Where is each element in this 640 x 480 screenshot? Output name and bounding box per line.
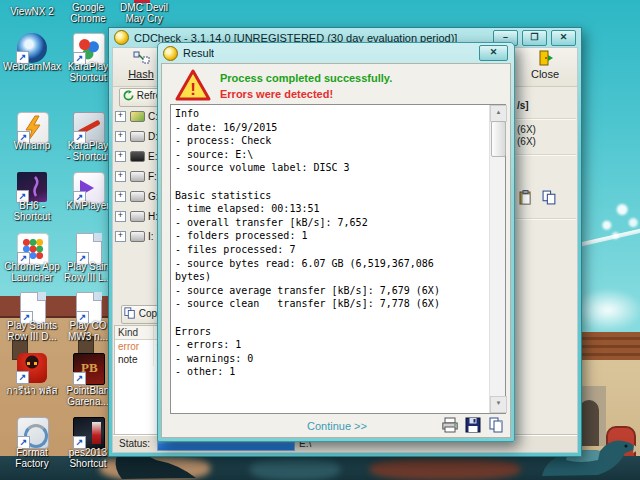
- svg-text:!: !: [190, 80, 196, 99]
- expand-icon[interactable]: +: [115, 151, 126, 162]
- dialog-title: Result: [183, 47, 214, 59]
- refresh-icon: [123, 90, 134, 101]
- hash-icon: [133, 50, 150, 65]
- expand-icon[interactable]: +: [115, 111, 126, 122]
- report-text: Info - date: 16/9/2015 - process: Check …: [175, 107, 487, 411]
- format-factory-icon: ↗: [17, 417, 49, 449]
- close-label: Close: [519, 68, 571, 80]
- exit-door-icon: [538, 50, 553, 66]
- maximize-button[interactable]: ❐: [522, 30, 547, 46]
- scroll-up-icon[interactable]: ▲: [490, 105, 507, 122]
- tree-item-drive-e[interactable]: +E:: [115, 147, 157, 165]
- panel-value-6x-1: (6X): [517, 124, 536, 135]
- panel-header-kbs: /s]: [517, 100, 529, 111]
- dialog-close-button[interactable]: ✕: [479, 45, 508, 61]
- icon-label: WebcamMax: [0, 61, 64, 72]
- pes2013-icon: ↗: [73, 417, 105, 449]
- copy-icon[interactable]: [488, 417, 504, 433]
- tree-item-drive-i[interactable]: +I:: [115, 227, 154, 245]
- tree-item-drive-f[interactable]: +F:: [115, 167, 157, 185]
- expand-icon[interactable]: +: [115, 171, 126, 182]
- cell-kind: error: [115, 340, 154, 353]
- success-message: Process completed successfully.: [220, 72, 392, 84]
- copy-icon: [124, 307, 136, 319]
- bottom-blob3: [250, 458, 340, 480]
- tree-item-drive-g[interactable]: +G:: [115, 187, 159, 205]
- scroll-down-icon[interactable]: ▼: [490, 396, 507, 413]
- drive-g-icon: [130, 191, 145, 202]
- close-window-button[interactable]: ✕: [551, 30, 576, 46]
- dialog-titlebar[interactable]: Result ✕: [158, 43, 514, 63]
- blossom-illustration: [598, 194, 640, 246]
- cdcheck-app-icon: [163, 46, 178, 61]
- icon-label: Winamp: [0, 140, 64, 151]
- cdcheck-app-icon: [114, 30, 129, 45]
- print-icon[interactable]: [442, 417, 458, 433]
- expand-icon[interactable]: +: [115, 131, 126, 142]
- cloud-illustration: [572, 288, 640, 332]
- copy-pages-icon[interactable]: [542, 190, 557, 205]
- bh6-icon: ↗: [17, 172, 47, 202]
- drive-c-icon: [130, 111, 145, 122]
- shortcut-arrow-icon: ↗: [73, 372, 86, 385]
- desktop-icon-google-chrome[interactable]: Google Chrome: [56, 2, 120, 24]
- desktop-icon-viewnx2[interactable]: ViewNX 2: [0, 6, 64, 17]
- error-message: Errors were detected!: [220, 88, 333, 100]
- icon-label: Chrome App Launcher: [0, 261, 64, 283]
- paste-icon[interactable]: [518, 190, 533, 205]
- drive-label: F:: [148, 171, 157, 182]
- status-label: Status:: [119, 438, 150, 449]
- icon-label: Play Saints Row III D...: [0, 320, 64, 342]
- drive-e-icon: [130, 151, 145, 162]
- warning-icon: !: [174, 68, 212, 102]
- desktop-icon-dmc-devil-may-cry[interactable]: DMC Devil May Cry: [112, 2, 176, 24]
- report-box[interactable]: Info - date: 16/9/2015 - process: Check …: [170, 104, 506, 414]
- scrollbar[interactable]: ▲ ▼: [489, 105, 505, 413]
- icon-label: BH6 - Shortcut: [0, 200, 64, 222]
- garena-plus-icon: ↗: [17, 353, 47, 383]
- drive-h-icon: [130, 211, 145, 222]
- roof-right-illustration: [576, 332, 640, 360]
- pointblank-icon: PB↗: [73, 353, 105, 385]
- drive-label: I:: [148, 231, 154, 242]
- dialog-client-area: ! Process completed successfully. Errors…: [161, 63, 511, 438]
- drive-d-icon: [130, 131, 145, 142]
- desktop: ViewNX 2 Google Chrome DMC Devil May Cry…: [0, 0, 640, 480]
- results-side-panel: /s] (6X) (6X): [513, 88, 576, 435]
- tree-item-drive-c[interactable]: +C:: [115, 107, 158, 125]
- shortcut-arrow-icon: ↗: [16, 371, 29, 384]
- cell-kind: note: [115, 353, 154, 366]
- expand-icon[interactable]: +: [115, 211, 126, 222]
- panel-value-6x-2: (6X): [517, 136, 536, 147]
- expand-icon[interactable]: +: [115, 231, 126, 242]
- icon-label: การีน่า พลัส: [0, 385, 64, 396]
- tree-item-drive-h[interactable]: +H:: [115, 207, 158, 225]
- bottom-blob2: [370, 458, 520, 480]
- continue-link[interactable]: Continue >>: [162, 420, 512, 432]
- scroll-thumb[interactable]: [491, 121, 506, 157]
- col-kind[interactable]: Kind: [115, 326, 154, 339]
- drive-f-icon: [130, 171, 145, 182]
- expand-icon[interactable]: +: [115, 191, 126, 202]
- drive-i-icon: [130, 231, 145, 242]
- save-icon[interactable]: [465, 417, 481, 433]
- icon-label: Format Factory: [0, 447, 64, 469]
- webcammax-icon: ↗: [17, 33, 47, 63]
- close-app-button[interactable]: Close: [519, 50, 571, 84]
- result-dialog: Result ✕ ! Process completed successfull…: [157, 42, 515, 442]
